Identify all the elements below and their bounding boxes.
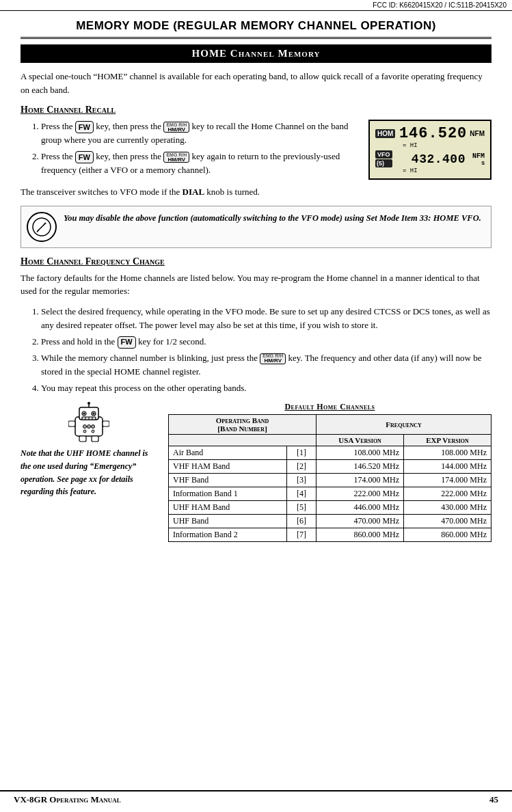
table-row: Air Band[1]108.000 MHz108.000 MHz [169,446,491,460]
fw-key-3: FW [118,336,136,349]
table-row: UHF HAM Band[5]446.000 MHz430.000 MHz [169,501,491,515]
exp-freq: 108.000 MHz [404,446,491,460]
sub-header-usa: USA Version [316,435,404,446]
display-vfo-num: (5) [375,159,392,167]
svg-point-22 [92,430,94,433]
freq-change-intro: The factory defaults for the Home channe… [21,271,491,298]
vfo-warning-note: You may disable the above function (auto… [21,206,491,248]
band-num: [5] [286,501,316,515]
sub-header-exp: EXP Version [404,435,491,446]
svg-rect-17 [92,436,98,442]
table-row: VHF HAM Band[2]146.520 MHz144.000 MHz [169,460,491,474]
usa-freq: 860.000 MHz [316,528,404,542]
page-footer: VX-8GR Operating Manual 45 [0,790,512,805]
default-table-wrapper: Default Home Channels Operating Band[Ban… [168,402,491,542]
band-num: [6] [286,515,316,528]
display-hi1: = HI [403,142,418,149]
band-name: VHF HAM Band [169,460,287,474]
section-title-bar: HOME Channel Memory [21,44,491,63]
table-note-area: Note that the UHF HOME channel is the on… [21,402,157,542]
freq-change-steps: Select the desired frequency, while oper… [21,305,491,396]
svg-rect-14 [68,421,75,427]
table-row: Information Band 2[7]860.000 MHz860.000 … [169,528,491,542]
svg-point-19 [87,425,91,429]
usa-freq: 146.520 MHz [316,460,404,474]
band-name: Air Band [169,446,287,460]
exp-freq: 860.000 MHz [404,528,491,542]
col-header-freq: Frequency [316,415,491,435]
freq-step-2: Press and hold in the FW key for 1/2 sec… [41,335,491,349]
usa-freq: 108.000 MHz [316,446,404,460]
svg-rect-15 [103,421,109,427]
robot-icon [21,402,157,443]
display-hom-label: HOM [375,129,395,138]
band-num: [1] [286,446,316,460]
freq-change-heading: Home Channel Frequency Change [21,256,491,267]
table-row: VHF Band[3]174.000 MHz174.000 MHz [169,474,491,487]
svg-point-9 [93,413,95,415]
dial-note: The transceiver switches to VFO mode if … [21,185,491,199]
freq-step-1: Select the desired frequency, while oper… [41,305,491,332]
table-section: Note that the UHF HOME channel is the on… [21,402,491,542]
svg-point-5 [87,402,90,405]
freq-change-section: Home Channel Frequency Change The factor… [21,256,491,543]
col-header-band: Operating Band[Band Number] [169,415,316,435]
display-mode1: NFM [470,130,485,137]
svg-point-8 [83,413,85,415]
band-num: [4] [286,487,316,501]
band-name: Information Band 2 [169,528,287,542]
usa-freq: 222.000 MHz [316,487,404,501]
exp-freq: 174.000 MHz [404,474,491,487]
frequency-display: HOM 146.520 NFM = HI VFO (5) 432.400 [368,120,491,180]
display-mode-sub: S [481,160,485,166]
footer-right: 45 [489,794,498,805]
band-num: [7] [286,528,316,542]
band-name: UHF Band [169,515,287,528]
exp-freq: 470.000 MHz [404,515,491,528]
display-freq-small: 432.400 [412,152,466,166]
hmrv-key-1: EMG R/H HM/RV [163,122,189,133]
hmrv-key-2: EMG R/H HM/RV [163,152,189,163]
warning-icon [27,212,57,242]
default-home-channels-table: Operating Band[Band Number] Frequency US… [168,414,491,542]
fcc-header: FCC ID: K6620415X20 / IC:511B-20415X20 [0,0,512,11]
svg-point-20 [92,425,95,429]
freq-step-3: While the memory channel number is blink… [41,351,491,379]
fw-key-1: FW [75,121,94,133]
table-row: Information Band 1[4]222.000 MHz222.000 … [169,487,491,501]
display-mode2: NFM [472,152,485,160]
exp-freq: 430.000 MHz [404,501,491,515]
exp-freq: 222.000 MHz [404,487,491,501]
table-title: Default Home Channels [168,402,491,412]
vfo-warning-text: You may disable the above function (auto… [64,212,481,225]
table-note-text: Note that the UHF HOME channel is the on… [21,448,148,496]
usa-freq: 446.000 MHz [316,501,404,515]
band-name: Information Band 1 [169,487,287,501]
fw-key-2: FW [75,151,94,163]
svg-point-21 [83,430,86,433]
table-row: UHF Band[6]470.000 MHz470.000 MHz [169,515,491,528]
freq-step-4: You may repeat this process on the other… [41,381,491,395]
display-vfo-label: VFO [375,150,392,159]
main-title: Memory Mode (Regular Memory Channel Oper… [21,16,491,39]
band-name: VHF Band [169,474,287,487]
home-recall-heading: Home Channel Recall [21,105,491,116]
exp-freq: 144.000 MHz [404,460,491,474]
display-freq-large: 146.520 [399,125,467,142]
svg-point-18 [83,425,87,429]
display-hi2: = HI [403,167,418,174]
band-num: [2] [286,460,316,474]
footer-left: VX-8GR Operating Manual [14,794,121,805]
band-name: UHF HAM Band [169,501,287,515]
hmrv-key-3: EMG R/H HM/RV [260,353,286,364]
usa-freq: 470.000 MHz [316,515,404,528]
band-num: [3] [286,474,316,487]
home-channel-recall-section: Home Channel Recall HOM 146.520 NFM = HI [21,105,491,248]
usa-freq: 174.000 MHz [316,474,404,487]
svg-rect-16 [79,436,86,442]
intro-text: A special one-touch “HOME” channel is av… [21,70,491,96]
